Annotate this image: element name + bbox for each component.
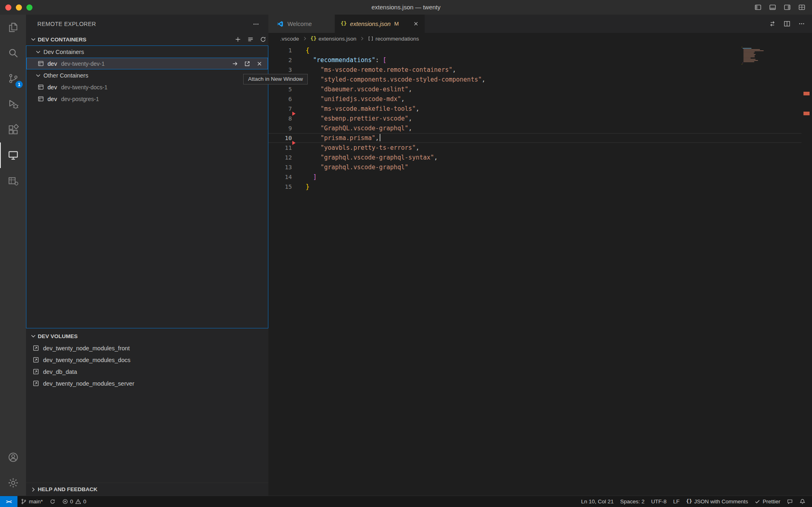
- git-deleted-marker: [292, 112, 296, 116]
- volume-item-dev-twenty-node-modules-front[interactable]: dev_twenty_node_modules_front: [26, 342, 268, 354]
- toggle-primary-sidebar-icon[interactable]: [754, 4, 762, 11]
- minimap-line: [743, 58, 751, 58]
- split-editor-icon[interactable]: [784, 20, 790, 27]
- code-line-1[interactable]: 1{: [268, 45, 801, 55]
- remote-indicator[interactable]: ><: [0, 496, 17, 507]
- status-language-mode[interactable]: {}JSON with Comments: [683, 496, 752, 507]
- volume-label: dev_db_data: [43, 369, 77, 375]
- code-line-13[interactable]: 13 "graphql.vscode-graphql": [268, 162, 801, 172]
- vscode-logo-icon: [276, 20, 284, 28]
- toggle-panel-icon[interactable]: [769, 4, 776, 11]
- activity-bar-item-accounts[interactable]: [0, 444, 26, 470]
- line-number: 6: [268, 94, 292, 104]
- close-icon[interactable]: [256, 60, 263, 67]
- minimap-line: [743, 50, 764, 51]
- code-line-11[interactable]: 11 "yoavbls.pretty-ts-errors",: [268, 143, 801, 153]
- minimize-window-button[interactable]: [16, 4, 22, 11]
- filter-list-icon[interactable]: [247, 36, 254, 43]
- braces-icon: {}: [686, 499, 692, 504]
- activity-bar-item-source-control[interactable]: 1: [0, 66, 26, 91]
- status-problems[interactable]: 0 0: [59, 496, 90, 507]
- tree-item-dev-twenty-dev-1[interactable]: devdev-twenty-dev-1: [26, 58, 268, 69]
- close-tab-icon[interactable]: [413, 21, 419, 27]
- chevron-down-icon: [35, 49, 41, 55]
- code-line-6[interactable]: 6 "unifiedjs.vscode-mdx",: [268, 94, 801, 104]
- json-file-icon: {}: [311, 36, 317, 41]
- status-eol[interactable]: LF: [670, 496, 683, 507]
- feedback-icon: [787, 498, 793, 505]
- tree-group-other-containers[interactable]: Other Containers: [26, 69, 268, 81]
- overview-ruler-mark: [803, 112, 810, 115]
- status-notifications[interactable]: [796, 496, 809, 507]
- activity-bar-item-run-and-debug[interactable]: [0, 91, 26, 117]
- line-number: 12: [268, 153, 292, 162]
- attach-in-new-window-icon[interactable]: [244, 60, 251, 67]
- activity-bar-item-explorer[interactable]: [0, 15, 26, 40]
- line-number: 9: [268, 123, 292, 133]
- status-formatter[interactable]: Prettier: [751, 496, 784, 507]
- tree-item-dev-twenty-docs-1[interactable]: devdev-twenty-docs-1: [26, 81, 268, 93]
- breadcrumb-item-extensions-json[interactable]: {} extensions.json: [311, 36, 356, 42]
- activity-bar-item-extensions[interactable]: [0, 117, 26, 142]
- status-indentation[interactable]: Spaces: 2: [617, 496, 648, 507]
- section-header-help-and-feedback[interactable]: HELP AND FEEDBACK: [26, 483, 268, 496]
- tree-item-dev-postgres-1[interactable]: devdev-postgres-1: [26, 93, 268, 105]
- bell-icon: [799, 498, 806, 505]
- add-container-icon[interactable]: [235, 36, 241, 43]
- code-line-15[interactable]: 15}: [268, 182, 801, 192]
- code-line-5[interactable]: 5 "dbaeumer.vscode-eslint",: [268, 84, 801, 94]
- activity-bar-item-settings[interactable]: [0, 470, 26, 496]
- check-icon: [754, 498, 760, 505]
- line-number: 11: [268, 143, 292, 153]
- status-cursor-position[interactable]: Ln 10, Col 21: [578, 496, 617, 507]
- line-number: 8: [268, 114, 292, 123]
- code-line-12[interactable]: 12 "graphql.vscode-graphql-syntax",: [268, 153, 801, 162]
- breadcrumb-item-vscode[interactable]: .vscode: [280, 36, 299, 42]
- code-line-7[interactable]: 7 "ms-vscode.makefile-tools",: [268, 104, 801, 114]
- attach-container-icon[interactable]: [232, 60, 238, 67]
- code-line-9[interactable]: 9 "GraphQL.vscode-graphql",: [268, 123, 801, 133]
- run-and-debug-icon: [7, 98, 19, 110]
- open-changes-icon[interactable]: [769, 20, 776, 27]
- code-line-4[interactable]: 4 "styled-components.vscode-styled-compo…: [268, 75, 801, 84]
- code-editor[interactable]: 1{2 "recommendations": [3 "ms-vscode-rem…: [268, 45, 801, 192]
- refresh-icon[interactable]: [260, 36, 266, 43]
- status-encoding[interactable]: UTF-8: [648, 496, 670, 507]
- account-icon: [7, 451, 19, 463]
- code-line-2[interactable]: 2 "recommendations": [: [268, 55, 801, 65]
- toggle-secondary-sidebar-icon[interactable]: [784, 4, 791, 11]
- customize-layout-icon[interactable]: [798, 4, 806, 11]
- tree-group-dev-containers[interactable]: Dev Containers: [26, 46, 268, 58]
- volume-item-dev-twenty-node-modules-server[interactable]: dev_twenty_node_modules_server: [26, 378, 268, 389]
- tab-extensions-json[interactable]: {} extensions.json M: [335, 15, 425, 33]
- gear-icon: [7, 477, 19, 489]
- tab-welcome[interactable]: Welcome: [268, 15, 335, 33]
- breadcrumb-item-recommendations[interactable]: recommendations: [368, 36, 419, 42]
- activity-bar-item-search[interactable]: [0, 40, 26, 66]
- status-git-branch[interactable]: main*: [17, 496, 46, 507]
- zoom-window-button[interactable]: [26, 4, 32, 11]
- volume-item-dev-db-data[interactable]: dev_db_data: [26, 366, 268, 378]
- code-line-14[interactable]: 14 ]: [268, 172, 801, 182]
- line-number: 10: [268, 133, 292, 143]
- code-line-10[interactable]: 10 "prisma.prisma",: [268, 133, 801, 143]
- explorer-icon: [7, 22, 19, 33]
- close-window-button[interactable]: [5, 4, 11, 11]
- status-sync-button[interactable]: [46, 496, 59, 507]
- section-header-dev-volumes[interactable]: DEV VOLUMES: [26, 330, 272, 342]
- volume-item-dev-twenty-node-modules-docs[interactable]: dev_twenty_node_modules_docs: [26, 354, 268, 366]
- minimap[interactable]: [742, 47, 790, 65]
- git-branch-icon: [21, 498, 27, 505]
- minimap-line: [743, 63, 743, 63]
- container-label: dev: [48, 96, 57, 102]
- volume-label: dev_twenty_node_modules_server: [43, 380, 134, 387]
- activity-bar-item-dev-containers[interactable]: [0, 168, 26, 194]
- activity-bar-item-remote-explorer[interactable]: [0, 142, 26, 168]
- code-line-3[interactable]: 3 "ms-vscode-remote.remote-containers",: [268, 65, 801, 75]
- code-line-8[interactable]: 8 "esbenp.prettier-vscode",: [268, 114, 801, 123]
- container-description: dev-postgres-1: [61, 96, 99, 102]
- status-feedback[interactable]: [784, 496, 796, 507]
- container-description: dev-twenty-docs-1: [61, 84, 107, 91]
- more-actions-icon[interactable]: [253, 21, 259, 28]
- section-header-dev-containers[interactable]: DEV CONTAINERS: [26, 33, 272, 45]
